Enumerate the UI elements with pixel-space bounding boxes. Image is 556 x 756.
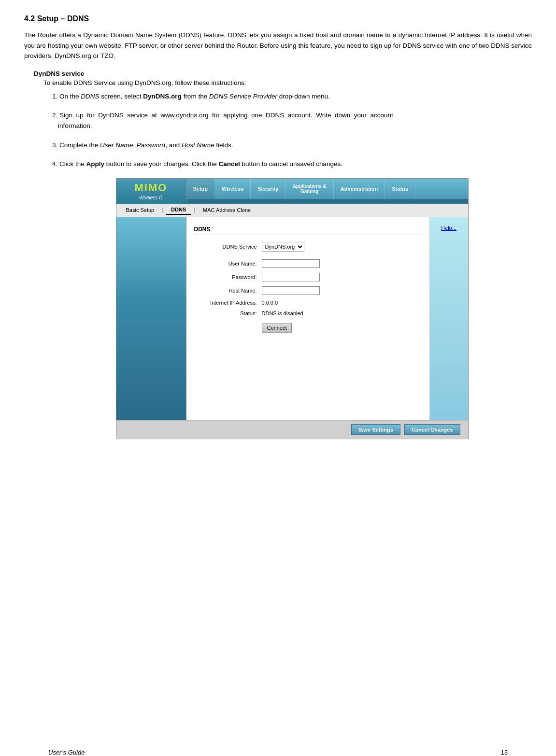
nav-tab-setup[interactable]: Setup <box>186 179 215 199</box>
ddns-section-heading: DDNS <box>194 224 422 235</box>
sub-tab-mac-clone[interactable]: MAC Address Clone <box>198 206 256 214</box>
section-title: DynDNS service <box>34 70 532 77</box>
router-right-bar: Help... <box>429 217 468 420</box>
router-logo: MIMO Wireless G <box>116 179 186 204</box>
step-3: 3. Complete the User Name, Password, and… <box>52 140 532 151</box>
save-settings-button[interactable]: Save Settings <box>351 424 400 435</box>
router-content-area: DDNS DDNS Service DynDNS.org TZO User Na… <box>186 217 429 420</box>
ip-address-label: Internet IP Address: <box>194 300 262 306</box>
hostname-input[interactable] <box>262 286 320 295</box>
nav-tab-security[interactable]: Security <box>251 179 285 199</box>
ddns-service-row: DDNS Service DynDNS.org TZO <box>194 242 422 252</box>
ddns-service-select[interactable]: DynDNS.org TZO <box>262 242 304 252</box>
router-subnav: Basic Setup | DDNS | MAC Address Clone <box>116 204 468 217</box>
status-label: Status: <box>194 310 262 316</box>
router-screenshot: MIMO Wireless G Setup Wireless Security … <box>116 178 469 439</box>
hostname-row: Host Name: <box>194 286 422 295</box>
step-1-number: 1. On the DDNS screen, select DynDNS.org… <box>52 93 330 100</box>
router-footer: Save Settings Cancel Changes <box>116 420 468 439</box>
username-row: User Name: <box>194 259 422 268</box>
sub-tab-ddns[interactable]: DDNS <box>166 205 191 215</box>
section-subtitle: To enable DDNS Service using DynDNS.org,… <box>43 79 532 86</box>
ip-address-row: Internet IP Address: 0.0.0.0 <box>194 300 422 306</box>
cancel-changes-button[interactable]: Cancel Changes <box>404 424 460 435</box>
username-label: User Name: <box>194 261 262 266</box>
nav-tab-status[interactable]: Status <box>385 179 415 199</box>
router-left-sidebar <box>116 217 186 420</box>
intro-paragraph: The Router offers a Dynamic Domain Name … <box>24 30 532 61</box>
username-input[interactable] <box>262 259 320 268</box>
step-4-text: 4. Click the Apply button to save your c… <box>52 160 342 168</box>
page-number: 13 <box>501 749 508 756</box>
password-input[interactable] <box>262 273 320 281</box>
nav-tab-applications[interactable]: Applications &Gaming <box>286 179 334 199</box>
dyndns-link[interactable]: www.dyndns.org <box>160 112 208 119</box>
help-link[interactable]: Help... <box>441 225 456 231</box>
step-4: 4. Click the Apply button to save your c… <box>52 159 532 169</box>
sub-tab-basic-setup[interactable]: Basic Setup <box>121 206 159 214</box>
hostname-label: Host Name: <box>194 288 262 294</box>
footer-label: User’s Guide <box>48 749 85 756</box>
step-1: 1. On the DDNS screen, select DynDNS.org… <box>52 91 532 102</box>
step-2-text: 2. Sign up for DynDNS service at www.dyn… <box>52 112 393 129</box>
status-row: Status: DDNS is disabled <box>194 310 422 316</box>
connect-row: Connect <box>194 321 422 333</box>
nav-tab-wireless[interactable]: Wireless <box>215 179 251 199</box>
mimo-logo-text: MIMO <box>135 182 168 194</box>
subnav-divider-2: | <box>194 207 195 213</box>
connect-button[interactable]: Connect <box>262 323 292 333</box>
step-2: 2. Sign up for DynDNS service at www.dyn… <box>52 110 532 131</box>
nav-tab-administration[interactable]: Administration <box>334 179 385 199</box>
status-value: DDNS is disabled <box>262 310 303 316</box>
password-row: Password: <box>194 273 422 281</box>
subnav-divider-1: | <box>162 207 163 213</box>
page-title: 4.2 Setup – DDNS <box>24 14 532 23</box>
step-3-text: 3. Complete the User Name, Password, and… <box>52 141 233 149</box>
password-label: Password: <box>194 274 262 280</box>
wireless-g-text: Wireless G <box>139 195 163 200</box>
ip-address-value: 0.0.0.0 <box>262 300 278 306</box>
ddns-service-label: DDNS Service <box>194 244 262 250</box>
